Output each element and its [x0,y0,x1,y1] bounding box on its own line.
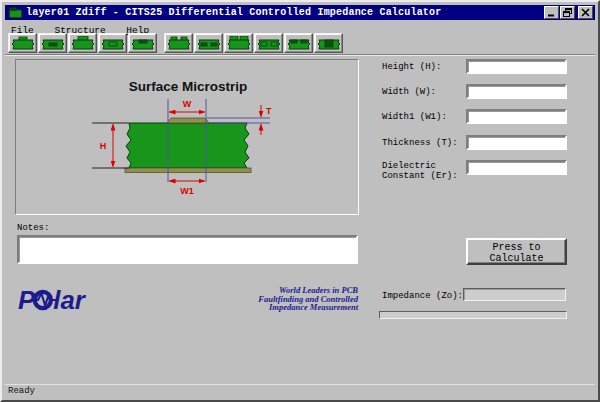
notes-label: Notes: [17,223,49,233]
ground-plane-shape [125,168,251,173]
height-input[interactable] [466,59,567,74]
width-input[interactable] [466,84,567,99]
brand-tagline: World Leaders in PCB Faultfinding and Co… [202,286,358,312]
thickness-label: Thickness (T): [382,138,468,148]
surface-microstrip-icon [11,36,35,50]
toolbar-button-diff-offset-stripline[interactable] [254,33,283,53]
thickness-input[interactable] [466,135,567,150]
toolbar-button-diff-surface-microstrip[interactable] [164,33,193,53]
close-icon [581,8,590,17]
notes-input[interactable] [17,235,358,264]
toolbar [8,33,344,54]
h-dim-label: H [100,141,107,151]
svg-text:lar: lar [53,286,86,314]
toolbar-button-diff-embedded-microstrip[interactable] [284,33,313,53]
diff-embedded-microstrip-icon [287,36,311,50]
broadside-coupled-stripline-icon [317,36,341,50]
toolbar-button-broadside-coupled-stripline[interactable] [314,33,343,53]
embedded-microstrip-icon [131,36,155,50]
toolbar-button-offset-stripline[interactable] [98,33,127,53]
app-window: layer01 Zdiff - CITS25 Differential Cont… [0,0,600,402]
calculate-button-line1: Press to [468,242,565,253]
minimize-button[interactable] [544,6,559,19]
substrate-shape [126,123,249,168]
dielectric-input[interactable] [466,160,567,175]
impedance-result-field [463,288,566,301]
diff-stripline-icon [197,36,221,50]
toolbar-button-diff-coated-microstrip[interactable] [224,33,253,53]
diff-offset-stripline-icon [257,36,281,50]
diagram-title: Surface Microstrip [129,79,248,94]
coated-microstrip-icon [71,36,95,50]
diff-coated-microstrip-icon [227,36,251,50]
status-bar: Ready [5,384,595,397]
toolbar-button-surface-microstrip[interactable] [8,33,37,53]
menu-bar: File Structure Help [5,20,595,33]
toolbar-button-coated-microstrip[interactable] [68,33,97,53]
toolbar-button-stripline[interactable] [38,33,67,53]
window-title: layer01 Zdiff - CITS25 Differential Cont… [26,7,441,18]
calculate-button-line2: Calculate [468,253,565,264]
diff-surface-microstrip-icon [167,36,191,50]
minimize-icon [547,8,556,17]
restore-icon [563,8,572,17]
height-label: Height (H): [382,62,468,72]
width-label: Width (W): [382,87,468,97]
stripline-icon [41,36,65,50]
toolbar-button-diff-stripline[interactable] [194,33,223,53]
w1-dim-label: W1 [180,186,194,196]
impedance-label: Impedance (Zo): [382,291,463,301]
tagline-line3: Impedance Measurement [202,303,358,312]
trace-shape [167,118,209,123]
restore-button[interactable] [560,6,575,19]
progress-bar [379,311,567,319]
toolbar-button-embedded-microstrip[interactable] [128,33,157,53]
toolbar-separator [5,54,595,56]
app-icon [9,7,22,18]
structure-diagram-panel: Surface Microstrip W T [15,59,359,215]
t-dim-label: T [266,106,272,116]
w-dim-label: W [183,99,192,109]
surface-microstrip-diagram: Surface Microstrip W T [16,60,358,214]
calculate-button[interactable]: Press to Calculate [466,238,567,265]
polar-logo: P lar [18,284,102,314]
width1-input[interactable] [466,109,567,124]
status-text: Ready [8,386,35,396]
offset-stripline-icon [101,36,125,50]
window-controls [543,6,593,19]
dielectric-label: Dielectric Constant (Er): [382,161,468,181]
close-button[interactable] [578,6,593,19]
width1-label: Width1 (W1): [382,112,468,122]
title-bar: layer01 Zdiff - CITS25 Differential Cont… [5,5,595,20]
